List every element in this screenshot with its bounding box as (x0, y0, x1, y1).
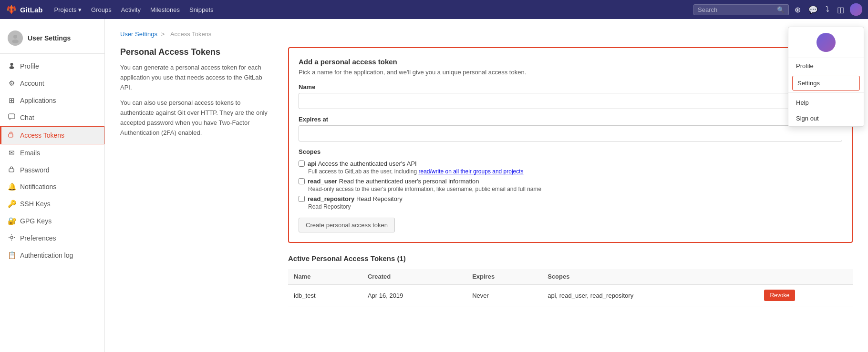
scope-api-short-desc: Access the authenticated user's API (318, 160, 417, 167)
breadcrumb-parent[interactable]: User Settings (120, 30, 157, 38)
nav-activity[interactable]: Activity (117, 4, 145, 15)
scope-read-repository-short-desc: Read Repository (356, 195, 403, 202)
dropdown-avatar-image (816, 33, 836, 52)
sidebar-item-preferences[interactable]: Preferences (0, 230, 104, 247)
scope-api-link[interactable]: read/write on all their groups and proje… (418, 168, 523, 175)
sidebar-item-password[interactable]: Password (0, 161, 104, 178)
create-token-button[interactable]: Create personal access token (299, 218, 395, 232)
col-scopes: Scopes (542, 269, 758, 284)
col-actions (758, 269, 853, 284)
scope-read-user-name: read_user (308, 178, 337, 185)
user-avatar[interactable] (850, 3, 862, 16)
plus-icon[interactable]: ⊕ (793, 3, 803, 16)
svg-rect-6 (9, 134, 13, 137)
sidebar-item-auth-log-label: Authentication log (20, 251, 73, 259)
scope-api-long-desc: Full access to GitLab as the user, inclu… (308, 168, 842, 175)
page-desc-para2: You can also use personal access tokens … (120, 98, 273, 138)
user-dropdown: Profile Settings Help Sign out (788, 27, 864, 127)
access-tokens-icon (8, 131, 15, 140)
sidebar-item-gpg-keys[interactable]: 🔐 GPG Keys (0, 212, 104, 230)
active-tokens-title: Active Personal Access Tokens (1) (288, 254, 853, 262)
content-right: Add a personal access token Pick a name … (288, 47, 853, 306)
name-form-group: Name (299, 83, 842, 109)
gpg-keys-icon: 🔐 (8, 217, 15, 225)
sidebar-item-emails[interactable]: ✉ Emails (0, 144, 104, 161)
scope-read-repository-long-desc: Read Repository (308, 203, 842, 210)
preferences-icon (8, 234, 15, 242)
expires-input[interactable] (299, 125, 842, 141)
scope-read-repository-name: read_repository (308, 195, 354, 202)
token-actions: Revoke (758, 284, 853, 306)
token-scopes: api, read_user, read_repository (542, 284, 758, 306)
sidebar-item-account[interactable]: ⚙ Account (0, 75, 104, 92)
emails-icon: ✉ (8, 149, 15, 157)
sidebar-item-applications-label: Applications (20, 97, 56, 104)
dropdown-help[interactable]: Help (788, 95, 864, 111)
sidebar-item-password-label: Password (20, 166, 49, 174)
profile-icon (8, 62, 15, 70)
password-icon (8, 166, 15, 174)
scope-read-repository-checkbox[interactable] (299, 196, 305, 202)
dropdown-avatar-section (788, 27, 864, 58)
scope-read-repository-label[interactable]: read_repository Read Repository (308, 195, 403, 202)
scope-read-user-checkbox[interactable] (299, 178, 305, 184)
merge-request-icon[interactable]: ⤵ (824, 3, 831, 16)
name-input[interactable] (299, 93, 842, 109)
gitlab-logo[interactable]: GitLab (6, 4, 43, 15)
scope-api-label[interactable]: api Access the authenticated user's API (308, 160, 417, 167)
breadcrumb: User Settings > Access Tokens (120, 30, 853, 38)
scope-read-repository-row: read_repository Read Repository Read Rep… (299, 195, 842, 210)
top-navigation: GitLab Projects ▾ Groups Activity Milest… (0, 0, 868, 19)
scope-read-user-row: read_user Read the authenticated user's … (299, 178, 842, 192)
svg-point-0 (850, 3, 862, 16)
sidebar-item-notifications-label: Notifications (20, 183, 56, 191)
token-form-box: Add a personal access token Pick a name … (288, 47, 853, 243)
sidebar-item-chat-label: Chat (20, 114, 34, 121)
sidebar-item-notifications[interactable]: 🔔 Notifications (0, 178, 104, 195)
nav-milestones[interactable]: Milestones (146, 4, 184, 15)
sidebar-item-chat[interactable]: Chat (0, 109, 104, 126)
search-input[interactable] (698, 6, 777, 13)
svg-point-2 (12, 40, 19, 43)
dropdown-settings[interactable]: Settings (792, 76, 860, 91)
sidebar-item-profile[interactable]: Profile (0, 58, 104, 75)
scopes-section: Scopes api Access the authenticated user… (299, 148, 842, 210)
nav-groups[interactable]: Groups (87, 4, 115, 15)
chat-icon (8, 113, 15, 122)
sidebar-title: User Settings (28, 34, 71, 42)
content-layout: Personal Access Tokens You can generate … (120, 47, 853, 306)
account-icon: ⚙ (8, 79, 15, 88)
tokens-table: Name Created Expires Scopes idb_test Apr… (288, 269, 853, 306)
revoke-button[interactable]: Revoke (764, 290, 795, 301)
sidebar-item-applications[interactable]: ⊞ Applications (0, 92, 104, 109)
sidebar-user-icon (8, 30, 23, 46)
token-expires: Never (466, 284, 542, 306)
sidebar-item-auth-log[interactable]: 📋 Authentication log (0, 247, 104, 264)
sidebar-item-preferences-label: Preferences (20, 234, 56, 242)
sidebar-item-emails-label: Emails (20, 149, 40, 157)
comment-icon[interactable]: 💬 (806, 3, 820, 16)
active-tokens-section: Active Personal Access Tokens (1) Name C… (288, 254, 853, 306)
page-description: Personal Access Tokens You can generate … (120, 47, 273, 306)
token-name: idb_test (288, 284, 362, 306)
scope-read-user-label[interactable]: read_user Read the authenticated user's … (308, 178, 479, 185)
dropdown-divider (788, 92, 864, 93)
svg-point-4 (9, 66, 14, 69)
issue-icon[interactable]: ◫ (835, 3, 846, 16)
sidebar-item-access-tokens[interactable]: Access Tokens (0, 126, 104, 144)
col-expires: Expires (466, 269, 542, 284)
dropdown-signout[interactable]: Sign out (788, 111, 864, 126)
sidebar-item-ssh-keys[interactable]: 🔑 SSH Keys (0, 195, 104, 212)
scope-api-checkbox[interactable] (299, 161, 305, 167)
nav-snippets[interactable]: Snippets (186, 4, 217, 15)
ssh-keys-icon: 🔑 (8, 200, 15, 208)
breadcrumb-current: Access Tokens (170, 30, 211, 38)
page-layout: User Settings Profile ⚙ Account ⊞ Applic… (0, 19, 868, 352)
name-label: Name (299, 83, 842, 91)
expires-label: Expires at (299, 116, 842, 123)
dropdown-profile[interactable]: Profile (788, 58, 864, 74)
nav-projects[interactable]: Projects ▾ (51, 4, 86, 15)
sidebar-item-access-tokens-label: Access Tokens (20, 131, 64, 139)
form-subtitle: Pick a name for the application, and we'… (299, 69, 842, 76)
search-box[interactable]: 🔍 (693, 4, 789, 15)
